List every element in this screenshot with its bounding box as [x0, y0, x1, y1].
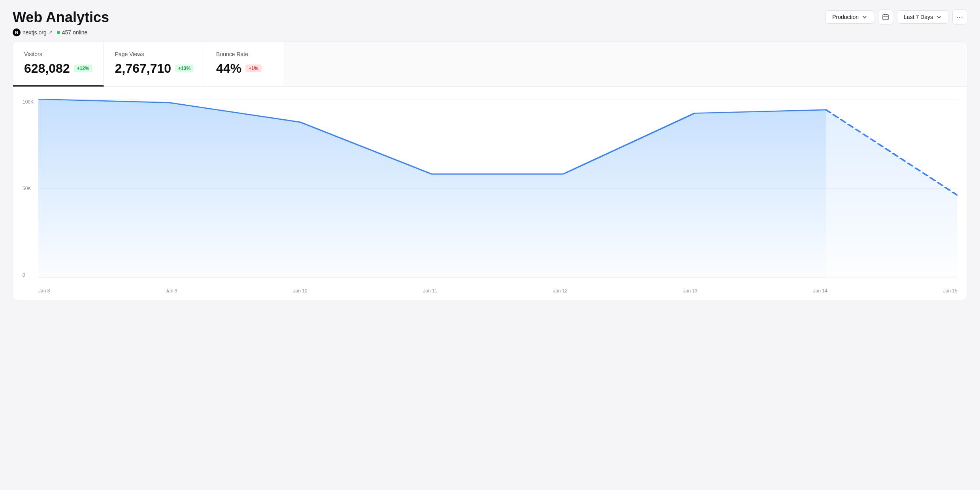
chart-svg: .chart-grid { stroke: #e5e7eb; stroke-wi…	[38, 99, 957, 278]
controls: Production Last 7 Days ···	[825, 9, 967, 24]
environment-label: Production	[832, 14, 859, 20]
online-dot	[57, 31, 60, 34]
chart-x-labels: Jan 8Jan 9Jan 10Jan 11Jan 12Jan 13Jan 14…	[38, 288, 957, 294]
site-name: nextjs.org	[23, 29, 47, 36]
y-label-2: 0	[23, 272, 34, 278]
metrics-row: Visitors628,082+12%Page Views2,767,710+1…	[13, 41, 967, 87]
x-label-3: Jan 11	[423, 288, 437, 294]
chart-area: 100K50K0 .chart-grid { stroke: #e5e7eb; …	[13, 87, 967, 300]
metric-label-0: Visitors	[24, 51, 92, 57]
date-range-dropdown[interactable]: Last 7 Days	[897, 10, 948, 24]
metric-cell-1[interactable]: Page Views2,767,710+13%	[104, 41, 205, 86]
external-link-icon: ↗	[49, 30, 52, 35]
metric-label-1: Page Views	[115, 51, 194, 57]
calendar-button[interactable]	[878, 9, 893, 24]
metric-value-1: 2,767,710	[115, 61, 171, 76]
online-indicator: 457 online	[57, 29, 88, 36]
chart-svg-wrap: .chart-grid { stroke: #e5e7eb; stroke-wi…	[38, 99, 957, 278]
date-range-label: Last 7 Days	[904, 14, 933, 20]
svg-rect-0	[883, 15, 888, 20]
main-card: Visitors628,082+12%Page Views2,767,710+1…	[13, 41, 967, 300]
metric-label-2: Bounce Rate	[216, 51, 273, 57]
metric-badge-0: +12%	[74, 64, 92, 72]
metric-value-0: 628,082	[24, 61, 70, 76]
more-options-button[interactable]: ···	[952, 9, 967, 24]
calendar-icon	[882, 13, 889, 21]
x-label-4: Jan 12	[553, 288, 567, 294]
site-logo: N	[13, 28, 21, 36]
page-header: Web Analytics N nextjs.org ↗ 457 online …	[13, 9, 967, 36]
chart-fill-dashed	[826, 109, 957, 277]
site-link[interactable]: N nextjs.org ↗	[13, 28, 52, 36]
metric-value-row-0: 628,082+12%	[24, 61, 92, 76]
page-title: Web Analytics	[13, 9, 109, 25]
metric-badge-1: +13%	[175, 64, 194, 72]
title-block: Web Analytics N nextjs.org ↗ 457 online	[13, 9, 109, 36]
x-label-2: Jan 10	[293, 288, 307, 294]
metric-badge-2: +1%	[245, 64, 261, 72]
x-label-5: Jan 13	[683, 288, 697, 294]
y-label-1: 50K	[23, 186, 34, 191]
y-label-0: 100K	[23, 99, 34, 105]
more-dots-icon: ···	[956, 13, 963, 21]
metric-cell-2[interactable]: Bounce Rate44%+1%	[205, 41, 284, 86]
chart-fill-solid	[38, 99, 826, 278]
x-label-6: Jan 14	[813, 288, 827, 294]
metric-value-row-1: 2,767,710+13%	[115, 61, 194, 76]
environment-dropdown[interactable]: Production	[825, 10, 874, 24]
chevron-down-icon-2	[936, 14, 942, 20]
metric-value-2: 44%	[216, 61, 241, 76]
metric-empty	[284, 41, 967, 86]
metric-cell-0[interactable]: Visitors628,082+12%	[13, 41, 104, 87]
metric-value-row-2: 44%+1%	[216, 61, 273, 76]
x-label-1: Jan 9	[166, 288, 177, 294]
chart-y-labels: 100K50K0	[23, 99, 34, 278]
online-count: 457 online	[62, 29, 88, 36]
chevron-down-icon	[862, 14, 867, 20]
x-label-7: Jan 15	[943, 288, 957, 294]
subtitle-row: N nextjs.org ↗ 457 online	[13, 28, 109, 36]
x-label-0: Jan 8	[38, 288, 50, 294]
